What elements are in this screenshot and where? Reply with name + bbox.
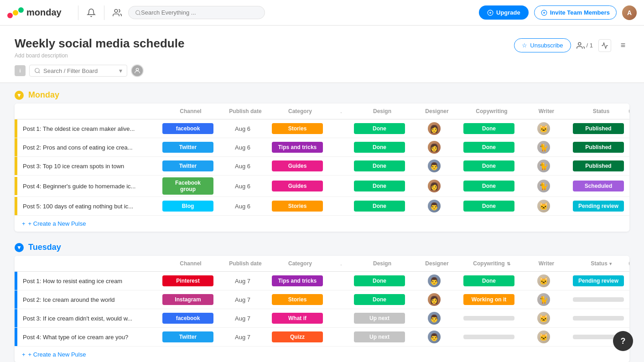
- row-category[interactable]: Tips and tricks: [270, 274, 325, 288]
- row-status[interactable]: Published: [571, 140, 626, 155]
- search-input[interactable]: [141, 9, 258, 16]
- filter-dropdown-arrow[interactable]: ▾: [119, 67, 122, 74]
- help-button[interactable]: ?: [613, 331, 633, 351]
- row-designer[interactable]: 👨: [407, 198, 462, 214]
- row-status[interactable]: Pending review: [571, 199, 626, 213]
- group-tuesday-expand[interactable]: ▼: [15, 243, 24, 252]
- row-design[interactable]: Up next: [352, 330, 407, 344]
- row-category[interactable]: What if: [270, 311, 325, 326]
- row-title[interactable]: Post 3: Top 10 ice cream spots in town: [17, 159, 161, 173]
- row-date[interactable]: Aug 6: [215, 201, 270, 212]
- row-status[interactable]: [571, 313, 626, 324]
- row-date[interactable]: Aug 6: [215, 181, 270, 191]
- row-design[interactable]: Done: [352, 121, 407, 136]
- row-writer[interactable]: 🐈: [516, 291, 571, 308]
- create-pulse-monday[interactable]: + + Create a New Pulse: [15, 216, 629, 232]
- logo[interactable]: monday: [7, 5, 62, 21]
- row-channel[interactable]: Pinterest: [161, 274, 215, 288]
- row-status[interactable]: Pending review: [571, 274, 626, 288]
- row-channel[interactable]: Twitter: [161, 159, 215, 173]
- row-title[interactable]: Post 4: Beginner's guide to homemade ic.…: [17, 179, 161, 193]
- row-status[interactable]: Published: [571, 159, 626, 173]
- row-category[interactable]: Stories: [270, 292, 325, 307]
- row-channel[interactable]: Instagram: [161, 292, 215, 307]
- row-status[interactable]: Scheduled: [571, 179, 626, 193]
- row-date[interactable]: Aug 7: [215, 295, 270, 305]
- row-copywriting[interactable]: Done: [462, 121, 516, 136]
- row-copywriting[interactable]: Done: [462, 140, 516, 155]
- person-filter-icon[interactable]: [131, 64, 144, 77]
- row-date[interactable]: Aug 7: [215, 332, 270, 342]
- row-copywriting[interactable]: Done: [462, 274, 516, 288]
- row-date[interactable]: Aug 6: [215, 161, 270, 171]
- row-date[interactable]: Aug 7: [215, 276, 270, 286]
- people-header-icon[interactable]: [110, 5, 125, 20]
- row-channel[interactable]: facebook: [161, 311, 215, 326]
- row-design[interactable]: Done: [352, 159, 407, 173]
- filter-input[interactable]: [43, 67, 116, 74]
- row-writer[interactable]: 🐱: [516, 310, 571, 326]
- filter-input-wrap[interactable]: ▾: [29, 65, 127, 77]
- row-copywriting[interactable]: [462, 313, 516, 324]
- row-copywriting[interactable]: [462, 332, 516, 342]
- row-designer[interactable]: 👩: [407, 120, 462, 137]
- row-title[interactable]: Post 2: Pros and cons of eating ice crea…: [17, 140, 161, 155]
- notifications-icon[interactable]: [84, 5, 99, 20]
- row-writer[interactable]: 🐈: [516, 158, 571, 174]
- row-writer[interactable]: 🐈: [516, 178, 571, 194]
- row-title[interactable]: Post 1: How to resist eating ice cream: [17, 274, 161, 288]
- row-date[interactable]: Aug 6: [215, 142, 270, 153]
- row-copywriting[interactable]: Done: [462, 179, 516, 193]
- invite-button[interactable]: Invite Team Members: [534, 5, 617, 20]
- row-category[interactable]: Stories: [270, 121, 325, 136]
- activity-icon[interactable]: [598, 39, 611, 52]
- row-writer[interactable]: 🐱: [516, 198, 571, 214]
- row-design[interactable]: Up next: [352, 311, 407, 326]
- row-writer[interactable]: 🐈: [516, 139, 571, 155]
- add-col-button-tuesday[interactable]: [628, 259, 629, 268]
- row-channel[interactable]: Facebook group: [161, 176, 215, 197]
- search-bar[interactable]: [128, 6, 265, 19]
- row-designer[interactable]: 👩: [407, 178, 462, 194]
- row-design[interactable]: Done: [352, 292, 407, 307]
- row-category[interactable]: Quizz: [270, 330, 325, 344]
- row-channel[interactable]: Twitter: [161, 330, 215, 344]
- add-col-button-monday[interactable]: [628, 107, 629, 115]
- upgrade-button[interactable]: Upgrade: [479, 5, 529, 20]
- row-date[interactable]: Aug 6: [215, 124, 270, 134]
- row-category[interactable]: Guides: [270, 159, 325, 173]
- row-writer[interactable]: 🐱: [516, 329, 571, 345]
- row-title[interactable]: Post 4: What type of ice cream are you?: [17, 330, 161, 344]
- row-design[interactable]: Done: [352, 179, 407, 193]
- row-title[interactable]: Post 2: Ice cream around the world: [17, 293, 161, 307]
- row-designer[interactable]: 👨: [407, 329, 462, 345]
- row-date[interactable]: Aug 7: [215, 313, 270, 324]
- row-copywriting[interactable]: Done: [462, 159, 516, 173]
- create-pulse-tuesday[interactable]: + + Create a New Pulse: [15, 346, 629, 362]
- row-designer[interactable]: 👩: [407, 139, 462, 155]
- row-copywriting[interactable]: Done: [462, 199, 516, 213]
- members-button[interactable]: / 1: [576, 41, 593, 50]
- row-status[interactable]: [571, 295, 626, 305]
- user-avatar[interactable]: A: [622, 5, 637, 20]
- row-designer[interactable]: 👨: [407, 310, 462, 326]
- row-status[interactable]: Published: [571, 121, 626, 136]
- status-sort-icon[interactable]: ▾: [609, 261, 612, 266]
- row-title[interactable]: Post 1: The oldest ice cream maker alive…: [17, 122, 161, 136]
- copy-sort-icon[interactable]: ⇅: [507, 261, 510, 266]
- row-channel[interactable]: facebook: [161, 121, 215, 136]
- row-writer[interactable]: 🐱: [516, 120, 571, 137]
- row-title[interactable]: Post 5: 100 days of eating nothing but i…: [17, 199, 161, 213]
- row-category[interactable]: Guides: [270, 179, 325, 193]
- row-design[interactable]: Done: [352, 274, 407, 288]
- row-writer[interactable]: 🐱: [516, 273, 571, 289]
- menu-icon[interactable]: ≡: [617, 39, 629, 52]
- row-channel[interactable]: Blog: [161, 199, 215, 213]
- board-description[interactable]: Add board description: [15, 52, 184, 59]
- group-monday-expand[interactable]: ▼: [15, 91, 24, 100]
- row-category[interactable]: Stories: [270, 199, 325, 213]
- row-copywriting[interactable]: Working on it: [462, 292, 516, 307]
- row-designer[interactable]: 👨: [407, 158, 462, 174]
- row-designer[interactable]: 👩: [407, 291, 462, 308]
- row-design[interactable]: Done: [352, 140, 407, 155]
